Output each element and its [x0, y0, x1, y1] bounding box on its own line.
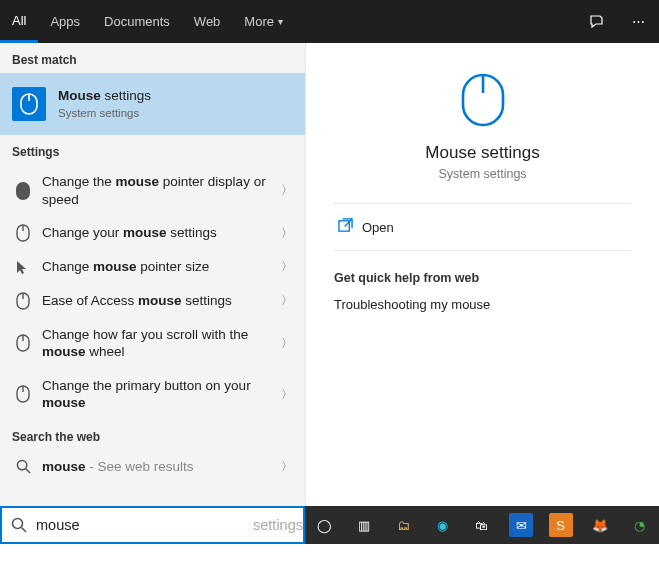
settings-result[interactable]: Ease of Access mouse settings〉	[0, 284, 305, 318]
svg-rect-2	[16, 182, 30, 200]
search-icon	[2, 517, 36, 533]
open-action[interactable]: Open	[334, 204, 631, 251]
edge-icon[interactable]: ◉	[423, 506, 462, 544]
web-help-item[interactable]: Troubleshooting my mouse	[334, 297, 631, 312]
web-search-result[interactable]: mouse - See web results 〉	[0, 450, 305, 484]
section-settings: Settings	[0, 135, 305, 165]
best-match-title: Mouse settings	[58, 88, 151, 103]
settings-result[interactable]: Change your mouse settings〉	[0, 216, 305, 250]
firefox-icon[interactable]: 🦊	[580, 506, 619, 544]
best-match-subtitle: System settings	[58, 106, 293, 121]
detail-title: Mouse settings	[425, 143, 539, 163]
svg-point-16	[13, 519, 23, 529]
pointer-size-icon	[12, 259, 34, 275]
open-label: Open	[362, 220, 394, 235]
chevron-right-icon: 〉	[275, 458, 293, 475]
more-options-icon[interactable]: ⋯	[617, 0, 659, 43]
file-explorer-icon[interactable]: 🗂	[384, 506, 423, 544]
store-icon[interactable]: 🛍	[462, 506, 501, 544]
taskview-icon[interactable]: ▥	[344, 506, 383, 544]
settings-result-label: Change mouse pointer size	[42, 259, 209, 274]
settings-result-label: Change how far you scroll with the mouse…	[42, 327, 248, 360]
chevron-right-icon: 〉	[275, 386, 293, 403]
cortana-icon[interactable]: ◯	[305, 506, 344, 544]
settings-result-label: Change the primary button on your mouse	[42, 378, 251, 411]
section-best-match: Best match	[0, 43, 305, 73]
search-ghost-text: settings	[253, 517, 303, 533]
web-suffix: - See web results	[86, 459, 194, 474]
tab-more-label: More	[244, 14, 274, 29]
mouse-glyph-icon	[12, 182, 34, 200]
chevron-right-icon: 〉	[275, 258, 293, 275]
settings-result-label: Ease of Access mouse settings	[42, 293, 232, 308]
chevron-right-icon: 〉	[275, 292, 293, 309]
search-filter-bar: All Apps Documents Web More ▾ ⋯	[0, 0, 659, 43]
tab-all[interactable]: All	[0, 0, 38, 43]
sublime-icon[interactable]: S	[541, 506, 580, 544]
settings-result[interactable]: Change the mouse pointer display or spee…	[0, 165, 305, 216]
web-term: mouse	[42, 459, 86, 474]
open-icon	[338, 218, 362, 236]
chevron-down-icon: ▾	[278, 16, 283, 27]
detail-subtitle: System settings	[438, 167, 526, 181]
chrome-icon[interactable]: ◔	[620, 506, 659, 544]
tab-more[interactable]: More ▾	[232, 0, 295, 43]
mouse-outline-icon	[12, 385, 34, 403]
taskbar: ◯▥🗂◉🛍✉S🦊◔	[305, 506, 659, 544]
mouse-outline-icon	[12, 334, 34, 352]
web-help-header: Get quick help from web	[334, 271, 631, 285]
mail-icon[interactable]: ✉	[502, 506, 541, 544]
search-input[interactable]	[36, 517, 255, 533]
settings-result[interactable]: Change the primary button on your mouse〉	[0, 369, 305, 420]
settings-result[interactable]: Change mouse pointer size〉	[0, 250, 305, 284]
section-search-web: Search the web	[0, 420, 305, 450]
mouse-large-icon	[459, 71, 507, 133]
chevron-right-icon: 〉	[275, 335, 293, 352]
detail-panel: Mouse settings System settings Open Get …	[305, 43, 659, 506]
search-box[interactable]: settings	[0, 506, 305, 544]
svg-line-17	[22, 528, 27, 533]
mouse-outline-icon	[12, 292, 34, 310]
tab-web[interactable]: Web	[182, 0, 233, 43]
mouse-outline-icon	[12, 224, 34, 242]
tab-apps[interactable]: Apps	[38, 0, 92, 43]
feedback-icon[interactable]	[575, 0, 617, 43]
settings-result-label: Change the mouse pointer display or spee…	[42, 174, 266, 207]
tab-documents[interactable]: Documents	[92, 0, 182, 43]
svg-line-12	[25, 469, 29, 473]
settings-result[interactable]: Change how far you scroll with the mouse…	[0, 318, 305, 369]
settings-result-label: Change your mouse settings	[42, 225, 217, 240]
svg-point-11	[17, 461, 26, 470]
search-icon	[12, 459, 34, 474]
results-panel: Best match Mouse settings System setting…	[0, 43, 305, 506]
chevron-right-icon: 〉	[275, 225, 293, 242]
chevron-right-icon: 〉	[275, 182, 293, 199]
best-match-result[interactable]: Mouse settings System settings	[0, 73, 305, 135]
mouse-icon	[12, 87, 46, 121]
svg-rect-15	[339, 221, 349, 231]
